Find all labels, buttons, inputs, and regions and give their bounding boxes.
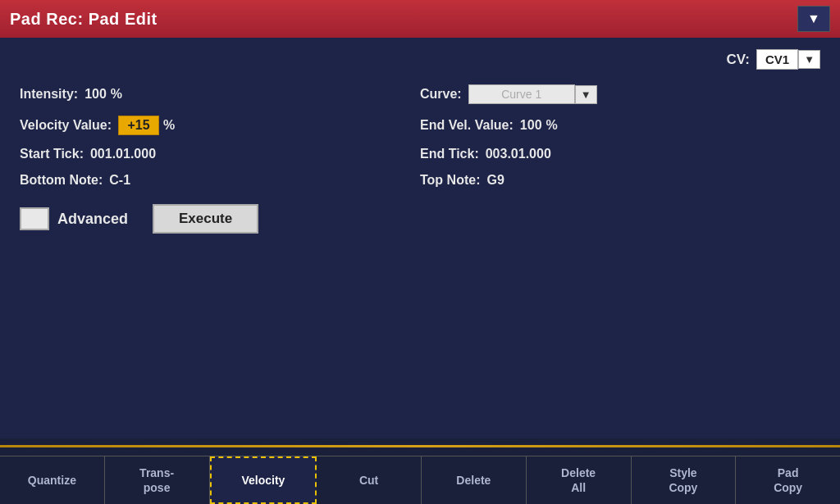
intensity-row: Intensity: 100 % <box>20 81 420 107</box>
tab-quantize[interactable]: Quantize <box>0 456 105 504</box>
tab-cut-label: Cut <box>359 473 378 488</box>
top-note-row: Top Note: G9 <box>420 170 820 191</box>
curve-dropdown-arrow[interactable]: ▼ <box>575 85 597 104</box>
end-vel-label: End Vel. Value: <box>420 118 514 133</box>
advanced-checkbox-box[interactable] <box>20 207 49 230</box>
tab-velocity-label: Velocity <box>241 473 285 488</box>
bottom-note-value: C-1 <box>109 173 130 188</box>
tab-cut[interactable]: Cut <box>317 456 422 504</box>
end-tick-value: 003.01.000 <box>486 147 551 161</box>
tab-delete-all-label: DeleteAll <box>561 465 596 495</box>
start-tick-row: Start Tick: 001.01.000 <box>20 143 420 165</box>
title-bar: Pad Rec: Pad Edit <box>0 0 840 38</box>
tab-transpose[interactable]: Trans-pose <box>105 456 210 504</box>
cv-row: CV: CV1 ▼ <box>20 49 820 70</box>
tabs-container: Quantize Trans-pose Velocity Cut Delete … <box>0 456 840 504</box>
end-vel-value: 100 <box>520 118 542 133</box>
tab-velocity[interactable]: Velocity <box>210 456 317 504</box>
tab-pad-copy[interactable]: PadCopy <box>736 456 840 504</box>
start-tick-label: Start Tick: <box>20 147 84 161</box>
end-tick-label: End Tick: <box>420 147 479 161</box>
tab-delete-label: Delete <box>456 473 491 488</box>
cv-select: CV1 ▼ <box>756 49 820 70</box>
tab-pad-copy-label: PadCopy <box>774 465 802 495</box>
tab-quantize-label: Quantize <box>28 473 76 488</box>
cv-value: CV1 <box>756 49 798 70</box>
velocity-value[interactable]: +15 <box>118 116 159 135</box>
advanced-label: Advanced <box>57 211 128 228</box>
start-tick-value: 001.01.000 <box>90 147 156 161</box>
tab-transpose-label: Trans-pose <box>139 465 174 495</box>
cv-label: CV: <box>727 52 750 68</box>
cv-dropdown-arrow[interactable]: ▼ <box>798 50 820 69</box>
tabs-area: Quantize Trans-pose Velocity Cut Delete … <box>0 447 840 504</box>
page-title: Pad Rec: Pad Edit <box>10 10 158 29</box>
velocity-value-label: Velocity Value: <box>20 118 112 133</box>
tab-style-copy-label: StyleCopy <box>669 465 697 495</box>
fields-grid: Intensity: 100 % Curve: Curve 1 ▼ Veloci… <box>20 81 820 191</box>
bottom-note-row: Bottom Note: C-1 <box>20 170 420 191</box>
curve-select: Curve 1 ▼ <box>468 84 597 104</box>
tab-style-copy[interactable]: StyleCopy <box>632 456 737 504</box>
end-vel-row: End Vel. Value: 100 % <box>420 112 820 138</box>
intensity-label: Intensity: <box>20 87 78 102</box>
velocity-unit: % <box>163 118 175 133</box>
top-note-value: G9 <box>486 173 504 188</box>
top-note-label: Top Note: <box>420 173 480 188</box>
bottom-note-label: Bottom Note: <box>20 173 103 188</box>
end-vel-unit: % <box>546 118 558 133</box>
execute-button[interactable]: Execute <box>153 204 258 234</box>
advanced-row: Advanced Execute <box>20 204 820 234</box>
velocity-value-row: Velocity Value: +15 % <box>20 112 420 138</box>
curve-label: Curve: <box>420 87 462 102</box>
advanced-checkbox: Advanced <box>20 207 128 230</box>
screen: Pad Rec: Pad Edit CV: CV1 ▼ Intensity: 1… <box>0 0 840 504</box>
curve-input[interactable]: Curve 1 <box>468 84 575 104</box>
intensity-unit: % <box>111 87 122 102</box>
main-content: CV: CV1 ▼ Intensity: 100 % Curve: Curve … <box>0 38 840 438</box>
title-dropdown-button[interactable] <box>797 6 830 32</box>
end-tick-row: End Tick: 003.01.000 <box>420 143 820 165</box>
tab-delete[interactable]: Delete <box>422 456 527 504</box>
intensity-value: 100 <box>84 87 107 102</box>
tab-delete-all[interactable]: DeleteAll <box>527 456 632 504</box>
curve-row: Curve: Curve 1 ▼ <box>420 81 820 107</box>
